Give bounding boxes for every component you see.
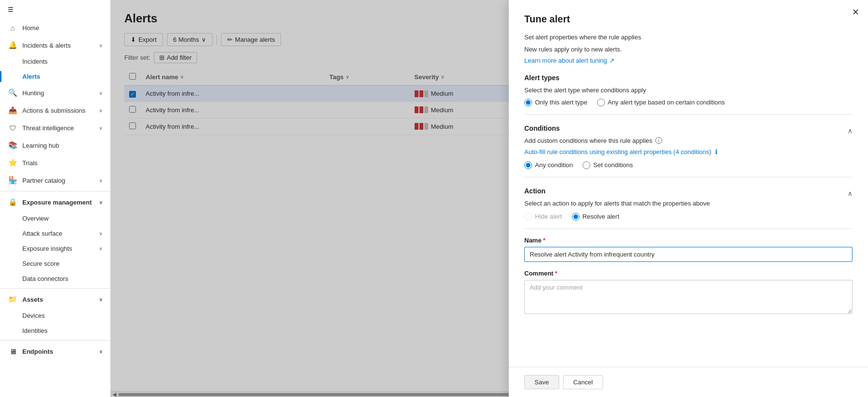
- radio-hide-alert[interactable]: Hide alert: [524, 213, 562, 221]
- chevron-down-icon: ∨: [99, 90, 102, 96]
- sidebar-item-hunting[interactable]: 🔍 Hunting ∨: [0, 84, 110, 102]
- sidebar-item-label: Actions & submissions: [22, 107, 85, 114]
- action-header: Action ∧: [524, 187, 852, 200]
- sidebar-item-label: Hunting: [22, 89, 44, 97]
- sidebar-item-actions-submissions[interactable]: 📤 Actions & submissions ∨: [0, 102, 110, 119]
- tune-alert-panel: ✕ Tune alert Set alert properties where …: [509, 0, 868, 397]
- sidebar-item-identities[interactable]: Identities: [0, 323, 110, 338]
- hunting-icon: 🔍: [8, 88, 17, 98]
- sidebar-item-devices[interactable]: Devices: [0, 308, 110, 323]
- radio-hide-label: Hide alert: [535, 213, 562, 220]
- learning-icon: 📚: [8, 140, 17, 150]
- sidebar-item-label: Devices: [22, 312, 45, 319]
- learn-more-link[interactable]: Learn more about alert tuning ↗: [524, 57, 615, 64]
- alert-types-title: Alert types: [524, 74, 852, 82]
- radio-any-condition[interactable]: Any condition: [524, 161, 573, 169]
- radio-resolve-alert-input[interactable]: [572, 213, 580, 221]
- panel-close-button[interactable]: ✕: [852, 7, 859, 17]
- action-title: Action: [524, 187, 546, 195]
- conditions-info-icon[interactable]: i: [655, 137, 662, 144]
- sidebar-item-label: Attack surface: [22, 230, 62, 237]
- radio-any-type-input[interactable]: [597, 99, 605, 106]
- sidebar-item-home[interactable]: ⌂ Home: [0, 19, 110, 36]
- sidebar-item-learning-hub[interactable]: 📚 Learning hub: [0, 137, 110, 154]
- alert-types-section: Alert types Select the alert type where …: [524, 74, 852, 106]
- conditions-section: Conditions ∧ Add custom conditions where…: [524, 124, 852, 169]
- radio-set-conditions-input[interactable]: [583, 161, 590, 169]
- alert-types-subtitle: Select the alert type where conditions a…: [524, 86, 852, 94]
- conditions-collapse-icon[interactable]: ∧: [848, 127, 852, 135]
- action-subtitle: Select an action to apply for alerts tha…: [524, 200, 852, 207]
- chevron-down-icon: ∨: [99, 108, 102, 113]
- radio-only-this-input[interactable]: [524, 99, 532, 106]
- sidebar-item-exposure-management[interactable]: 🔒 Exposure management ∨: [0, 193, 110, 211]
- panel-divider: [524, 114, 852, 115]
- chevron-down-icon: ∨: [99, 43, 102, 48]
- sidebar-item-endpoints[interactable]: 🖥 Endpoints ∨: [0, 343, 110, 360]
- sidebar-item-assets[interactable]: 📁 Assets ∨: [0, 291, 110, 308]
- sidebar-item-label: Alerts: [22, 73, 40, 80]
- comment-textarea[interactable]: [524, 280, 852, 314]
- hamburger-icon[interactable]: ☰: [0, 0, 110, 19]
- panel-description-line2: New rules apply only to new alerts.: [524, 45, 852, 55]
- sidebar: ☰ ⌂ Home 🔔 Incidents & alerts ∨ Incident…: [0, 0, 111, 397]
- chevron-down-icon: ∨: [99, 297, 102, 302]
- sidebar-item-incidents-alerts[interactable]: 🔔 Incidents & alerts ∨: [0, 36, 110, 54]
- save-button[interactable]: Save: [524, 375, 559, 389]
- sidebar-item-incidents[interactable]: Incidents: [0, 54, 110, 69]
- sidebar-item-label: Home: [22, 24, 39, 32]
- sidebar-item-label: Exposure management: [22, 199, 92, 206]
- sidebar-item-label: Endpoints: [22, 348, 53, 355]
- sidebar-item-label: Trials: [22, 159, 37, 167]
- radio-only-this-label: Only this alert type: [535, 99, 587, 106]
- required-star: *: [555, 270, 557, 277]
- radio-any-condition-input[interactable]: [524, 161, 532, 169]
- chevron-down-icon: ∨: [99, 200, 102, 205]
- radio-any-type-label: Any alert type based on certain conditio…: [608, 99, 725, 106]
- chevron-down-icon: ∨: [99, 349, 102, 354]
- auto-fill-link[interactable]: Auto-fill rule conditions using existing…: [524, 148, 852, 155]
- sidebar-item-attack-surface[interactable]: Attack surface ∨: [0, 226, 110, 241]
- exposure-management-icon: 🔒: [8, 197, 17, 207]
- sidebar-item-alerts[interactable]: Alerts: [0, 69, 110, 84]
- panel-divider-2: [524, 177, 852, 177]
- conditions-radio-group: Any condition Set conditions: [524, 161, 852, 169]
- chevron-down-icon: ∨: [99, 125, 102, 131]
- partner-icon: 🏪: [8, 175, 17, 185]
- sidebar-item-secure-score[interactable]: Secure score: [0, 256, 110, 271]
- radio-set-conditions[interactable]: Set conditions: [583, 161, 633, 169]
- conditions-title: Conditions: [524, 124, 560, 132]
- trials-icon: ⭐: [8, 158, 17, 168]
- radio-any-condition-label: Any condition: [535, 161, 573, 169]
- cancel-button[interactable]: Cancel: [563, 375, 603, 389]
- sidebar-item-overview[interactable]: Overview: [0, 211, 110, 226]
- sidebar-item-label: Secure score: [22, 260, 60, 267]
- panel-title: Tune alert: [524, 14, 852, 25]
- panel-body: Tune alert Set alert properties where th…: [509, 0, 868, 337]
- comment-label: Comment *: [524, 270, 852, 277]
- sidebar-item-data-connectors[interactable]: Data connectors: [0, 271, 110, 286]
- name-field: Name *: [524, 237, 852, 262]
- main-area: Alerts ⬇ Export 6 Months ∨ ✏ Manage aler…: [111, 0, 868, 397]
- radio-resolve-alert[interactable]: Resolve alert: [572, 213, 619, 221]
- sidebar-item-trials[interactable]: ⭐ Trials: [0, 154, 110, 172]
- name-input[interactable]: [524, 247, 852, 262]
- radio-only-this-type[interactable]: Only this alert type: [524, 99, 587, 106]
- sidebar-item-threat-intelligence[interactable]: 🛡 Threat intelligence ∨: [0, 119, 110, 137]
- sidebar-item-exposure-insights[interactable]: Exposure insights ∨: [0, 241, 110, 256]
- comment-field: Comment *: [524, 270, 852, 315]
- action-collapse-icon[interactable]: ∧: [848, 190, 852, 197]
- assets-icon: 📁: [8, 294, 17, 304]
- sidebar-item-partner-catalog[interactable]: 🏪 Partner catalog ∨: [0, 172, 110, 189]
- panel-description-line1: Set alert properties where the rule appl…: [524, 33, 852, 43]
- actions-icon: 📤: [8, 105, 17, 115]
- chevron-down-icon: ∨: [99, 231, 102, 236]
- chevron-down-icon: ∨: [99, 246, 102, 251]
- sidebar-item-label: Overview: [22, 215, 49, 222]
- incidents-alerts-icon: 🔔: [8, 40, 17, 50]
- action-section: Action ∧ Select an action to apply for a…: [524, 187, 852, 221]
- radio-any-type[interactable]: Any alert type based on certain conditio…: [597, 99, 725, 106]
- radio-resolve-label: Resolve alert: [583, 213, 619, 220]
- radio-set-conditions-label: Set conditions: [593, 161, 633, 169]
- conditions-label: Add custom conditions where this rule ap…: [524, 137, 852, 144]
